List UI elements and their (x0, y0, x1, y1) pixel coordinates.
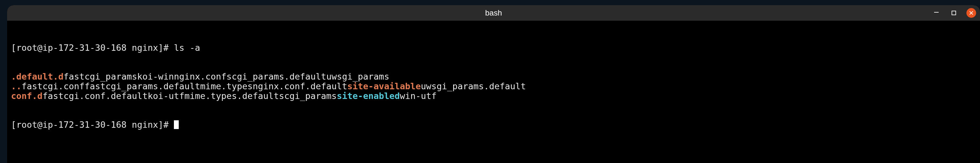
ls-entry: nginx.conf (174, 72, 227, 82)
titlebar[interactable]: bash (7, 5, 980, 21)
close-button[interactable] (966, 8, 976, 18)
ls-entry: fastcgi.conf.default (43, 91, 148, 101)
ls-entry: scgi_params.default (227, 72, 326, 82)
ls-entry: .. (11, 82, 22, 91)
ls-entry: site-available (347, 82, 421, 91)
terminal-window: bash [root@ip-172-31-30-168 nginx]# ls (7, 5, 980, 163)
ls-entry: default.d (16, 72, 64, 82)
ls-entry: site-enabled (337, 91, 400, 101)
prompt-line-2: [root@ip-172-31-30-168 nginx]# (11, 120, 976, 130)
ls-entry: uwsgi_params.default (421, 82, 526, 91)
ls-entry: fastcgi_params (64, 72, 137, 82)
minimize-button[interactable] (932, 8, 941, 18)
ls-entry: fastcgi.conf (22, 82, 85, 91)
ls-entry: . (11, 72, 16, 82)
command-text: ls -a (174, 43, 200, 53)
ls-entry: conf.d (11, 91, 43, 101)
ls-output: . default.d fastcgi_params koi-win nginx… (11, 72, 976, 101)
terminal-body[interactable]: [root@ip-172-31-30-168 nginx]# ls -a . d… (7, 21, 980, 152)
svg-rect-1 (952, 11, 956, 15)
ls-entry: mime.types.default (184, 91, 279, 101)
maximize-button[interactable] (949, 8, 959, 18)
ls-entry: koi-win (137, 72, 174, 82)
minimize-icon (934, 8, 939, 14)
ls-row: .. fastcgi.conf fastcgi_params.default m… (11, 82, 976, 91)
window-title: bash (485, 8, 502, 18)
ls-entry: win-utf (400, 91, 437, 101)
maximize-icon (951, 10, 956, 16)
ls-entry: mime.types (200, 82, 253, 91)
close-icon (969, 11, 974, 15)
ls-entry: koi-utf (148, 91, 185, 101)
ls-entry: nginx.conf.default (253, 82, 347, 91)
cursor (174, 120, 179, 129)
prompt-text: [root@ip-172-31-30-168 nginx]# (11, 43, 174, 53)
ls-entry: fastcgi_params.default (85, 82, 200, 91)
prompt-text: [root@ip-172-31-30-168 nginx]# (11, 120, 174, 130)
prompt-line-1: [root@ip-172-31-30-168 nginx]# ls -a (11, 43, 976, 53)
window-controls (932, 5, 976, 21)
ls-entry: scgi_params (279, 91, 337, 101)
ls-row: conf.d fastcgi.conf.default koi-utf mime… (11, 91, 976, 101)
ls-row: . default.d fastcgi_params koi-win nginx… (11, 72, 976, 82)
ls-entry: uwsgi_params (326, 72, 389, 82)
